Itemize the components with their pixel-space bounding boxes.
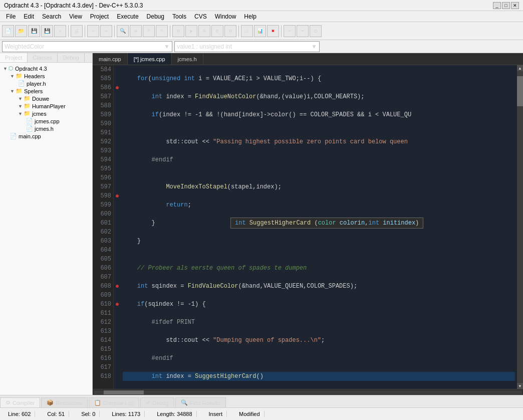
tree-item-player-h[interactable]: 📄 player.h: [2, 80, 90, 87]
toolbar: 📄 📁 💾 💾 ✕ 🖨 ↩ ↪ 🔍 ⇄ ≡ ≡ ⚙ ▶ ⚙ ⚙ ⚙ ☑ 📊 ✖ …: [0, 22, 523, 40]
class-dropdown[interactable]: WeightedColor ▼: [2, 41, 172, 52]
dropdown-bar: WeightedColor ▼ value1 : unsigned int ▼: [0, 40, 523, 53]
expand-icon-jcmes: ▼: [18, 111, 23, 116]
tab-debug[interactable]: Debug: [58, 53, 84, 62]
method-dropdown[interactable]: value1 : unsigned int ▼: [174, 41, 320, 52]
compile-button[interactable]: ⚙: [172, 25, 184, 37]
bottom-tab-bar: ⚙ Compiler 📦 Resources 📋 Compile Log ✔ D…: [0, 395, 523, 407]
menu-project[interactable]: Project: [86, 12, 113, 21]
tb-btn-10[interactable]: ☑: [241, 25, 253, 37]
menu-cvs[interactable]: CVS: [190, 12, 211, 21]
stop-button[interactable]: ✖: [267, 25, 279, 37]
tab-jcmes-h[interactable]: jcmes.h: [172, 53, 203, 65]
folder-icon-humanplayer: 📁: [24, 103, 31, 109]
new-button[interactable]: 📄: [2, 25, 14, 37]
main-cpp-label: main.cpp: [19, 133, 41, 139]
maximize-button[interactable]: □: [502, 2, 510, 9]
code-editor[interactable]: 584 585 586 587 588 589 590 591 592 593 …: [93, 65, 523, 389]
menu-search[interactable]: Search: [38, 12, 65, 21]
tb-btn-14[interactable]: ⊞: [310, 25, 322, 37]
douwe-label: Douwe: [32, 96, 49, 102]
redo-button[interactable]: ↪: [100, 25, 112, 37]
tree-item-jcmes-folder[interactable]: ▼ 📁 jcmes: [2, 110, 90, 117]
tb-btn-6[interactable]: ≡: [156, 25, 168, 37]
print-button[interactable]: 🖨: [71, 25, 83, 37]
tab-debug-bottom[interactable]: ✔ Debug: [140, 397, 174, 407]
tb-btn-9[interactable]: ⚙: [224, 25, 236, 37]
undo-button[interactable]: ↩: [87, 25, 99, 37]
expand-icon-spelers: ▼: [10, 89, 15, 94]
tree-item-jcmes-cpp[interactable]: 📄 jcmes.cpp: [2, 117, 90, 125]
tab-find-results[interactable]: 🔍 Find Results: [175, 397, 226, 407]
open-button[interactable]: 📁: [15, 25, 27, 37]
menu-tools[interactable]: Tools: [168, 12, 190, 21]
close-button2[interactable]: ✕: [54, 25, 66, 37]
project-tree: ▼ ⬡ Opdracht 4.3 ▼ 📁 Headers 📄 player.h …: [0, 63, 92, 395]
save-button[interactable]: 💾: [28, 25, 40, 37]
scroll-thumb[interactable]: [517, 76, 523, 106]
save-all-button[interactable]: 💾: [41, 25, 53, 37]
player-h-label: player.h: [27, 81, 46, 87]
expand-icon-douwe: ▼: [18, 96, 23, 101]
tb-btn-7[interactable]: ⚙: [198, 25, 210, 37]
tree-item-project[interactable]: ▼ ⬡ Opdracht 4.3: [2, 65, 90, 72]
project-label: Opdracht 4.3: [15, 66, 47, 72]
tree-item-humanplayer[interactable]: ▼ 📁 HumanPlayer: [2, 102, 90, 110]
vertical-scrollbar[interactable]: ▲ ▼: [517, 65, 523, 389]
tab-compile-log[interactable]: 📋 Compile Log: [89, 397, 140, 407]
tab-classes[interactable]: Classes: [28, 53, 58, 62]
horizontal-scrollbar[interactable]: [93, 389, 523, 395]
status-lines: Lines: 1173: [108, 411, 145, 417]
tb-btn-8[interactable]: ⚙: [211, 25, 223, 37]
tab-jcmes-cpp[interactable]: [*] jcmes.cpp: [128, 53, 172, 65]
title-bar: Opdracht 4.3 - [Opdracht 4.3.dev] - Dev-…: [0, 0, 523, 11]
h-scroll-track[interactable]: [94, 390, 522, 394]
left-panel: Project Classes Debug ▼ ⬡ Opdracht 4.3 ▼…: [0, 53, 93, 395]
expand-icon-humanplayer: ▼: [18, 104, 23, 109]
humanplayer-label: HumanPlayer: [32, 103, 66, 109]
jcmes-h-label: jcmes.h: [35, 126, 54, 132]
menu-edit[interactable]: Edit: [20, 12, 38, 21]
tb-btn-13[interactable]: ➡: [297, 25, 309, 37]
menu-debug[interactable]: Debug: [143, 12, 168, 21]
find-results-icon: 🔍: [181, 399, 188, 406]
tab-main-cpp[interactable]: main.cpp: [93, 53, 128, 65]
dd1-arrow[interactable]: ▼: [164, 43, 170, 50]
tree-item-main-cpp[interactable]: 📄 main.cpp: [2, 132, 90, 140]
project-icon: ⬡: [9, 65, 14, 72]
editor-area: main.cpp [*] jcmes.cpp jcmes.h 584 585 5…: [93, 53, 523, 395]
dd2-arrow[interactable]: ▼: [311, 43, 317, 50]
menu-execute[interactable]: Execute: [113, 12, 142, 21]
close-button[interactable]: ✕: [511, 2, 519, 9]
tree-item-jcmes-h[interactable]: 📄 jcmes.h: [2, 125, 90, 132]
tb-btn-12[interactable]: ⬅: [284, 25, 296, 37]
toolbar-sep-1: [68, 25, 69, 37]
status-length: Length: 34888: [153, 411, 196, 417]
tab-compiler[interactable]: ⚙ Compiler: [0, 397, 40, 407]
tab-resources[interactable]: 📦 Resources: [41, 397, 88, 407]
tree-item-douwe[interactable]: ▼ 📁 Douwe: [2, 95, 90, 102]
toolbar-sep-5: [238, 25, 239, 37]
scroll-down-button[interactable]: ▼: [517, 383, 523, 389]
tb-btn-5[interactable]: ≡: [143, 25, 155, 37]
h-scroll-thumb[interactable]: [104, 390, 144, 394]
menu-view[interactable]: View: [65, 12, 86, 21]
toolbar-sep-6: [281, 25, 282, 37]
find-button[interactable]: 🔍: [117, 25, 129, 37]
menu-help[interactable]: Help: [240, 12, 260, 21]
file-icon-jcmes-cpp: 📄: [26, 118, 33, 124]
app-title: Opdracht 4.3 - [Opdracht 4.3.dev] - Dev-…: [4, 2, 493, 9]
replace-button[interactable]: ⇄: [130, 25, 142, 37]
headers-label: Headers: [24, 73, 45, 79]
tb-btn-11[interactable]: 📊: [254, 25, 266, 37]
window-controls[interactable]: _ □ ✕: [493, 2, 519, 9]
tree-item-headers[interactable]: ▼ 📁 Headers: [2, 72, 90, 80]
scroll-up-button[interactable]: ▲: [517, 65, 523, 71]
minimize-button[interactable]: _: [493, 2, 501, 9]
run-button[interactable]: ▶: [185, 25, 197, 37]
scroll-track[interactable]: [517, 71, 523, 383]
menu-window[interactable]: Window: [211, 12, 240, 21]
tree-item-spelers[interactable]: ▼ 📁 Spelers: [2, 87, 90, 95]
menu-file[interactable]: File: [2, 12, 20, 21]
tab-project[interactable]: Project: [0, 53, 28, 62]
